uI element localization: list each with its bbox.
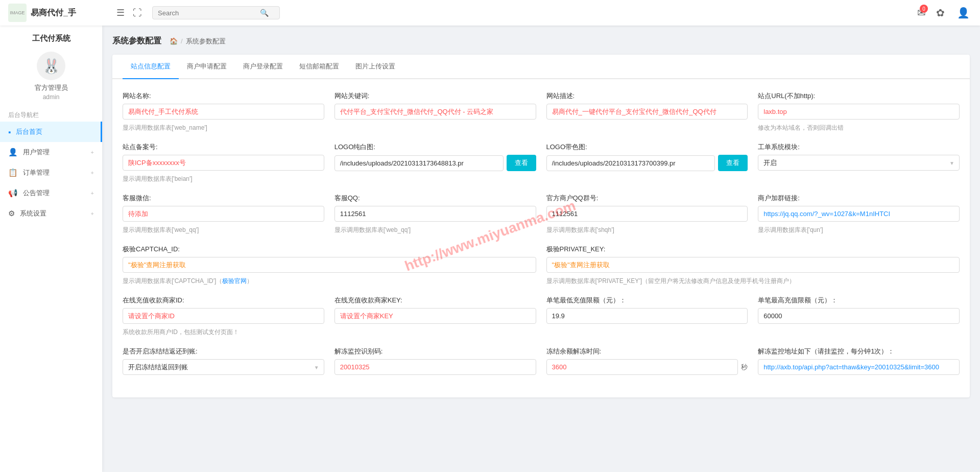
- online-key-input[interactable]: [334, 308, 536, 324]
- site-name-input[interactable]: [123, 104, 324, 120]
- admin-role: admin: [43, 93, 60, 101]
- join-link-group: 商户加群链接: 显示调用数据库表['qun']: [758, 194, 960, 234]
- logo-white-label: LOGO纯白图:: [334, 143, 536, 152]
- sidebar-item-users[interactable]: 👤 用户管理 +: [0, 142, 102, 162]
- official-qq-label: 官方商户QQ群号:: [546, 194, 748, 203]
- unfreeze-time-unit: 秒: [741, 363, 748, 372]
- official-qq-input[interactable]: [546, 206, 748, 222]
- online-id-group: 在线充值收款商家ID: 系统收款所用商户ID，包括测试支付页面！: [123, 296, 324, 337]
- join-link-label: 商户加群链接:: [758, 194, 960, 203]
- announcements-icon: 📢: [8, 188, 18, 198]
- sidebar-item-label-users: 用户管理: [23, 148, 50, 157]
- qq-group: 客服QQ: 显示调用数据库表['web_qq']: [334, 194, 536, 234]
- wechat-input[interactable]: [123, 206, 324, 222]
- breadcrumb-separator: /: [181, 37, 183, 45]
- captcha-id-hint: 显示调用数据库表['CAPTCHA_ID']（极验官网）: [123, 277, 536, 286]
- avatar: 🐰: [37, 52, 65, 80]
- search-bar: 🔍: [152, 6, 280, 19]
- sidebar-item-announcements[interactable]: 📢 公告管理 +: [0, 183, 102, 203]
- search-input[interactable]: [158, 9, 260, 17]
- announcements-arrow-icon: +: [91, 190, 94, 196]
- logo-placeholder: IMAGE: [10, 10, 25, 15]
- site-keywords-group: 网站关键词:: [334, 91, 536, 132]
- tab-merchant-login[interactable]: 商户登录配置: [235, 55, 291, 79]
- main-content: 系统参数配置 🏠 / 系统参数配置 站点信息配置 商户申请配置 商户登录配置 短…: [102, 26, 980, 472]
- logo-white-group: LOGO纯白图: 查看: [334, 143, 536, 183]
- site-url-group: 站点URL(不加http): 修改为本站域名，否则回调出错: [758, 91, 960, 132]
- min-recharge-input[interactable]: [546, 308, 748, 324]
- captcha-id-label: 极验CAPTCHA_ID:: [123, 245, 536, 254]
- search-icon: 🔍: [260, 9, 269, 17]
- sidebar-system-title: 工代付系统: [0, 26, 102, 48]
- logo-text: 易商代付_手: [31, 8, 76, 18]
- settings-button[interactable]: ✿: [934, 5, 947, 21]
- sidebar-avatar: 🐰 官方管理员 admin: [0, 48, 102, 107]
- breadcrumb-current: 系统参数配置: [186, 37, 226, 46]
- menu-toggle-button[interactable]: ☰: [114, 5, 127, 20]
- online-id-hint: 系统收款所用商户ID，包括测试支付页面！: [123, 328, 324, 337]
- auto-return-select-wrapper: 开启冻结结返回到账 关闭: [123, 359, 324, 375]
- user-button[interactable]: 👤: [955, 5, 972, 21]
- icp-hint: 显示调用数据库表['beian']: [123, 175, 324, 183]
- icp-input[interactable]: [123, 155, 324, 171]
- breadcrumb-home[interactable]: 🏠: [170, 37, 178, 45]
- max-recharge-group: 单笔最高充值限额（元）：: [758, 296, 960, 337]
- header-icons: ☰ ⛶: [114, 5, 144, 20]
- tab-site-info[interactable]: 站点信息配置: [123, 55, 179, 79]
- online-id-input[interactable]: [123, 308, 324, 324]
- logo-color-input-group: 查看: [546, 155, 748, 171]
- admin-name: 官方管理员: [35, 83, 68, 92]
- wechat-hint: 显示调用数据库表['web_qq']: [123, 226, 324, 234]
- logo-area: IMAGE 易商代付_手: [8, 4, 110, 22]
- users-icon: 👤: [8, 148, 18, 157]
- logo-color-view-button[interactable]: 查看: [718, 155, 748, 171]
- site-url-label: 站点URL(不加http):: [758, 91, 960, 101]
- site-desc-group: 网站描述:: [546, 91, 748, 132]
- wechat-label: 客服微信:: [123, 194, 324, 203]
- unfreeze-addr-input[interactable]: [758, 359, 960, 375]
- private-key-input[interactable]: [546, 257, 960, 273]
- qq-input[interactable]: [334, 206, 536, 222]
- tab-image-upload[interactable]: 图片上传设置: [347, 55, 403, 79]
- captcha-id-input[interactable]: [123, 257, 536, 273]
- toolbox-group: 工单系统模块: 开启 关闭: [758, 143, 960, 183]
- dashboard-icon: ▪: [8, 128, 11, 136]
- sidebar-item-label-settings: 系统设置: [20, 209, 46, 218]
- auto-return-select[interactable]: 开启冻结结返回到账 关闭: [123, 359, 324, 375]
- page-title: 系统参数配置: [112, 36, 161, 46]
- logo-white-input[interactable]: [334, 155, 504, 171]
- sidebar-item-orders[interactable]: 📋 订单管理 +: [0, 162, 102, 183]
- site-keywords-input[interactable]: [334, 104, 536, 120]
- sidebar-item-label-announcements: 公告管理: [23, 188, 50, 198]
- site-url-input[interactable]: [758, 104, 960, 120]
- tab-merchant-apply[interactable]: 商户申请配置: [179, 55, 235, 79]
- notification-button[interactable]: ✉ 0: [917, 7, 926, 19]
- users-arrow-icon: +: [91, 149, 94, 155]
- max-recharge-label: 单笔最高充值限额（元）：: [758, 296, 960, 305]
- sidebar-item-settings[interactable]: ⚙ 系统设置 +: [0, 203, 102, 224]
- tab-sms-email[interactable]: 短信邮箱配置: [291, 55, 347, 79]
- site-desc-label: 网站描述:: [546, 91, 748, 101]
- max-recharge-input[interactable]: [758, 308, 960, 324]
- unfreeze-time-input[interactable]: [546, 359, 738, 375]
- join-link-input[interactable]: [758, 206, 960, 222]
- sidebar: 工代付系统 🐰 官方管理员 admin 后台导航栏 ▪ 后台首页 👤 用户管理 …: [0, 26, 102, 472]
- min-recharge-label: 单笔最低充值限额（元）：: [546, 296, 748, 305]
- logo-image: IMAGE: [8, 4, 27, 22]
- unfreeze-code-input[interactable]: [334, 359, 536, 375]
- toolbox-select[interactable]: 开启 关闭: [758, 155, 960, 171]
- expand-button[interactable]: ⛶: [131, 6, 144, 20]
- auto-return-label: 是否开启冻结结返还到账:: [123, 347, 324, 356]
- official-qq-group: 官方商户QQ群号: 显示调用数据库表['shqh']: [546, 194, 748, 234]
- form-content: 网站名称: 显示调用数据库表['web_name'] 网站关键词: 网站描述: …: [112, 79, 970, 397]
- qq-hint: 显示调用数据库表['web_qq']: [334, 226, 536, 234]
- logo-color-input[interactable]: [546, 155, 715, 171]
- qq-label: 客服QQ:: [334, 194, 536, 203]
- site-desc-input[interactable]: [546, 104, 748, 120]
- orders-arrow-icon: +: [91, 170, 94, 176]
- logo-white-view-button[interactable]: 查看: [507, 155, 536, 171]
- sidebar-item-label-dashboard: 后台首页: [16, 127, 42, 136]
- official-qq-hint: 显示调用数据库表['shqh']: [546, 226, 748, 234]
- captcha-link[interactable]: 极验官网: [222, 277, 247, 285]
- sidebar-item-dashboard[interactable]: ▪ 后台首页: [0, 122, 102, 142]
